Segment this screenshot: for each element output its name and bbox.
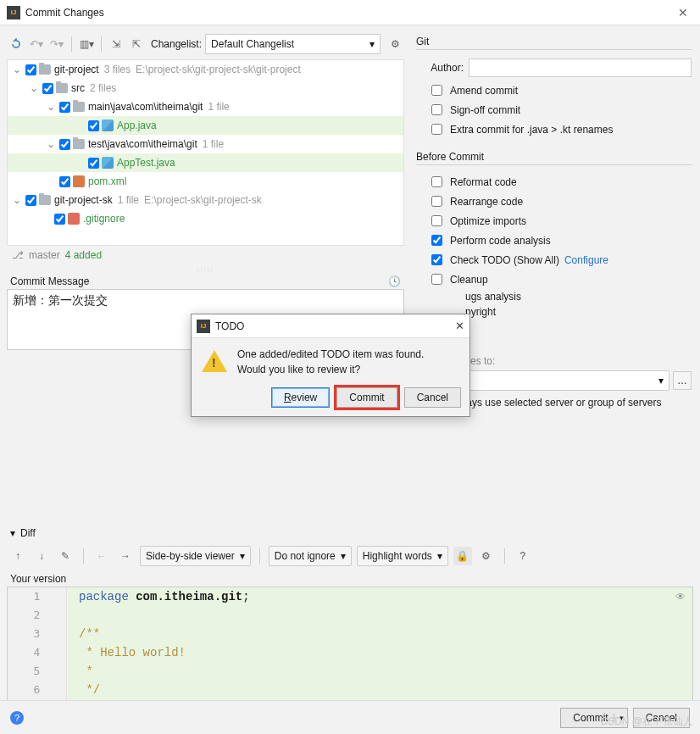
- expand-all-icon[interactable]: ⇲: [107, 35, 125, 53]
- java-file-icon: [102, 120, 114, 131]
- signoff-label: Sign-off commit: [450, 104, 520, 116]
- help-icon[interactable]: ?: [514, 547, 532, 565]
- warning-icon: [202, 350, 227, 372]
- diff-gear-icon[interactable]: ⚙: [477, 547, 496, 565]
- refresh-icon[interactable]: [7, 35, 25, 53]
- gear-icon[interactable]: ⚙: [386, 35, 404, 53]
- amend-label: Amend commit: [450, 85, 518, 97]
- expand-icon[interactable]: ⌄: [45, 138, 57, 150]
- chevron-down-icon: ▾: [658, 375, 664, 386]
- dialog-commit-button[interactable]: Commit: [336, 387, 397, 408]
- cleanup-label: Cleanup: [450, 274, 488, 286]
- optimize-checkbox[interactable]: [431, 215, 442, 226]
- folder-icon: [56, 83, 68, 93]
- reformat-label: Reformat code: [450, 176, 517, 188]
- bugs-label-partial: ugs analysis: [465, 291, 521, 303]
- viewer-combo[interactable]: Side-by-side viewer▾: [140, 546, 251, 566]
- window-close-icon[interactable]: ✕: [673, 6, 693, 19]
- dialog-cancel-button[interactable]: Cancel: [404, 387, 461, 408]
- amend-checkbox[interactable]: [431, 85, 442, 96]
- tree-label: git-project: [54, 64, 99, 75]
- window-title: Commit Changes: [25, 7, 673, 19]
- folder-icon: [39, 195, 51, 205]
- expand-icon[interactable]: ⌄: [11, 64, 23, 75]
- extra-commit-checkbox[interactable]: [431, 124, 442, 135]
- chevron-down-icon: ▾: [240, 550, 245, 562]
- tree-label: main\java\com\itheima\git: [88, 101, 203, 113]
- expand-icon[interactable]: ⌄: [45, 101, 57, 113]
- diff-expand-icon[interactable]: ▾: [10, 527, 15, 539]
- author-label: Author:: [416, 62, 464, 74]
- chevron-down-icon: ▾: [437, 550, 442, 562]
- tree-checkbox[interactable]: [59, 102, 70, 113]
- redo-icon[interactable]: ↷▾: [47, 35, 66, 53]
- dialog-app-icon: IJ: [197, 320, 210, 333]
- expand-icon[interactable]: ⌄: [11, 194, 23, 206]
- changelist-value: Default Changelist: [211, 38, 294, 50]
- tree-checkbox[interactable]: [54, 214, 65, 225]
- ignore-combo[interactable]: Do not ignore▾: [269, 546, 352, 566]
- browse-button[interactable]: …: [673, 371, 692, 390]
- next-diff-icon[interactable]: ↓: [32, 547, 51, 565]
- forward-icon[interactable]: →: [116, 547, 135, 565]
- dialog-close-icon[interactable]: ✕: [455, 320, 464, 332]
- group-icon[interactable]: ▥▾: [77, 35, 96, 53]
- tree-checkbox[interactable]: [42, 83, 53, 94]
- xml-file-icon: [73, 175, 85, 187]
- author-input[interactable]: [469, 58, 692, 77]
- branch-status: ⎇ master 4 added: [0, 246, 411, 266]
- folder-icon: [39, 64, 51, 75]
- file-tree[interactable]: ⌄ git-project 3 files E:\project-sk\git-…: [7, 59, 404, 246]
- commit-message-label: Commit Message: [10, 275, 89, 287]
- before-commit-title: Before Commit: [416, 151, 692, 165]
- tree-checkbox[interactable]: [59, 139, 70, 150]
- help-button[interactable]: ?: [10, 711, 24, 725]
- undo-icon[interactable]: ↶▾: [27, 35, 46, 53]
- check-todo-checkbox[interactable]: [431, 254, 442, 265]
- tree-label: AppTest.java: [117, 157, 175, 169]
- commit-toolbar: ↶▾ ↷▾ ▥▾ ⇲ ⇱ Changelist: Default Changel…: [0, 31, 411, 58]
- tree-checkbox[interactable]: [25, 195, 36, 206]
- back-icon[interactable]: ←: [92, 547, 111, 565]
- app-icon: IJ: [7, 6, 20, 19]
- tree-checkbox[interactable]: [59, 176, 70, 187]
- changelist-combo[interactable]: Default Changelist ▾: [205, 34, 381, 54]
- tree-checkbox[interactable]: [88, 120, 99, 131]
- tree-label: test\java\com\itheima\git: [88, 138, 197, 150]
- watermark: CSDN @在下张仙人: [600, 715, 693, 729]
- check-todo-label: Check TODO (Show All): [450, 254, 559, 266]
- inspection-eye-icon[interactable]: 👁: [675, 591, 686, 603]
- dialog-message: One added/edited TODO item was found. Wo…: [237, 347, 424, 377]
- folder-icon: [73, 139, 85, 149]
- diff-toolbar: ↑ ↓ ✎ ← → Side-by-side viewer▾ Do not ig…: [0, 541, 700, 571]
- edit-icon[interactable]: ✎: [56, 547, 75, 565]
- configure-link[interactable]: Configure: [564, 254, 608, 266]
- rearrange-label: Rearrange code: [450, 196, 523, 208]
- todo-dialog: IJ TODO ✕ One added/edited TODO item was…: [191, 314, 470, 417]
- tree-checkbox[interactable]: [25, 64, 36, 75]
- expand-icon[interactable]: ⌄: [28, 82, 40, 94]
- branch-name: master: [29, 249, 60, 261]
- signoff-checkbox[interactable]: [431, 104, 442, 115]
- history-icon[interactable]: 🕓: [388, 275, 401, 287]
- git-section-title: Git: [416, 36, 692, 50]
- folder-icon: [73, 102, 85, 112]
- gitignore-file-icon: [68, 213, 80, 225]
- collapse-all-icon[interactable]: ⇱: [127, 35, 146, 53]
- lock-icon[interactable]: 🔒: [453, 547, 472, 565]
- chevron-down-icon: ▾: [369, 38, 375, 50]
- cleanup-checkbox[interactable]: [431, 274, 442, 285]
- java-file-icon: [102, 157, 114, 169]
- reformat-checkbox[interactable]: [431, 176, 442, 187]
- always-server-label: Always use selected server or group of s…: [450, 397, 661, 409]
- splitter-grip[interactable]: :::::: [0, 266, 411, 272]
- tree-checkbox[interactable]: [88, 158, 99, 169]
- highlight-combo[interactable]: Highlight words▾: [357, 546, 448, 566]
- prev-diff-icon[interactable]: ↑: [8, 547, 27, 565]
- analysis-checkbox[interactable]: [431, 235, 442, 246]
- review-button[interactable]: Review: [271, 387, 330, 408]
- analysis-label: Perform code analysis: [450, 235, 551, 247]
- tree-label: .gitignore: [83, 213, 125, 225]
- window-titlebar: IJ Commit Changes ✕: [0, 0, 700, 25]
- rearrange-checkbox[interactable]: [431, 196, 442, 207]
